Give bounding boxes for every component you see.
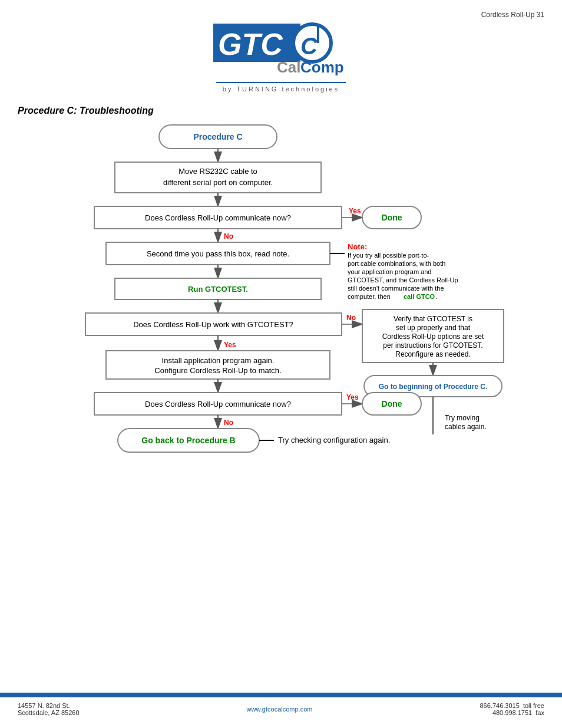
footer: 14557 N. 82nd St. Scottsdale, AZ 85260 w… <box>0 693 562 728</box>
svg-text:C: C <box>300 33 318 59</box>
svg-text:Go to beginning of Procedure C: Go to beginning of Procedure C. <box>379 383 488 391</box>
svg-text:Note:: Note: <box>348 242 367 251</box>
svg-text:Try moving: Try moving <box>445 414 480 422</box>
svg-text:No: No <box>224 232 233 241</box>
svg-text:Yes: Yes <box>346 393 359 401</box>
svg-text:Try checking configuration aga: Try checking configuration again. <box>278 436 390 444</box>
svg-text:cables again.: cables again. <box>445 423 487 431</box>
svg-text:Install application program ag: Install application program again. <box>162 356 275 365</box>
svg-text:Does Cordless Roll-Up work wit: Does Cordless Roll-Up work with GTCOTEST… <box>133 320 293 329</box>
svg-text:Yes: Yes <box>349 207 361 215</box>
procedure-title: Procedure C: Troubleshooting <box>0 101 562 122</box>
svg-text:Move RS232C cable to: Move RS232C cable to <box>178 167 257 176</box>
logo-tagline: by TURNING technologies <box>213 85 349 93</box>
svg-text:still doesn't communicate with: still doesn't communicate with the <box>348 285 444 292</box>
flowchart-area: Procedure C Move RS232C cable to differe… <box>0 122 562 601</box>
svg-text:Done: Done <box>382 399 402 409</box>
svg-text:Does Cordless Roll-Up communic: Does Cordless Roll-Up communicate now? <box>145 213 291 222</box>
footer-phone: 866.746.3015 toll free 480.998.1751 fax <box>480 702 544 716</box>
svg-text:No: No <box>224 419 233 427</box>
svg-text:Go back to Procedure B: Go back to Procedure B <box>141 436 235 445</box>
page-number: Cordless Roll-Up 31 <box>481 11 544 19</box>
svg-text:Does Cordless Roll-Up communic: Does Cordless Roll-Up communicate now? <box>145 400 291 409</box>
svg-text:No: No <box>346 314 356 322</box>
svg-text:port cable combinations, with : port cable combinations, with both <box>348 260 445 267</box>
svg-text:GTC: GTC <box>218 27 283 61</box>
svg-text:per instructions for GTCOTEST.: per instructions for GTCOTEST. <box>383 341 482 350</box>
svg-text:call GTCO: call GTCO <box>404 293 435 300</box>
svg-text:Procedure C: Procedure C <box>193 132 242 141</box>
svg-text:Second time you pass this box,: Second time you pass this box, read note… <box>147 249 289 258</box>
svg-text:Cordless Roll-Up options are s: Cordless Roll-Up options are set <box>382 332 484 341</box>
svg-text:your application program and: your application program and <box>348 268 431 275</box>
svg-text:Done: Done <box>382 213 402 222</box>
header-logo: GTC C Cal Comp by TURNING technologies <box>0 0 562 101</box>
footer-website: www.gtcocalcomp.com <box>247 706 313 713</box>
svg-text:Run GTCOTEST.: Run GTCOTEST. <box>188 285 248 294</box>
svg-text:set up properly and that: set up properly and that <box>396 324 471 332</box>
svg-text:Cal: Cal <box>277 58 300 76</box>
svg-text:.: . <box>436 293 438 300</box>
svg-text:computer, then: computer, then <box>348 293 391 300</box>
svg-text:Configure Cordless Roll-Up to : Configure Cordless Roll-Up to match. <box>154 366 281 375</box>
svg-text:If you try all possible port-t: If you try all possible port-to- <box>348 252 429 259</box>
svg-text:Verify that GTCOTEST is: Verify that GTCOTEST is <box>394 315 472 323</box>
footer-address: 14557 N. 82nd St. Scottsdale, AZ 85260 <box>18 702 80 716</box>
svg-text:Comp: Comp <box>300 58 344 76</box>
svg-text:Yes: Yes <box>224 341 236 349</box>
svg-text:GTCOTEST, and the Cordless Rol: GTCOTEST, and the Cordless Roll-Up <box>348 276 458 284</box>
svg-text:different serial port on compu: different serial port on computer. <box>163 178 273 187</box>
svg-text:Reconfigure as needed.: Reconfigure as needed. <box>395 350 470 358</box>
